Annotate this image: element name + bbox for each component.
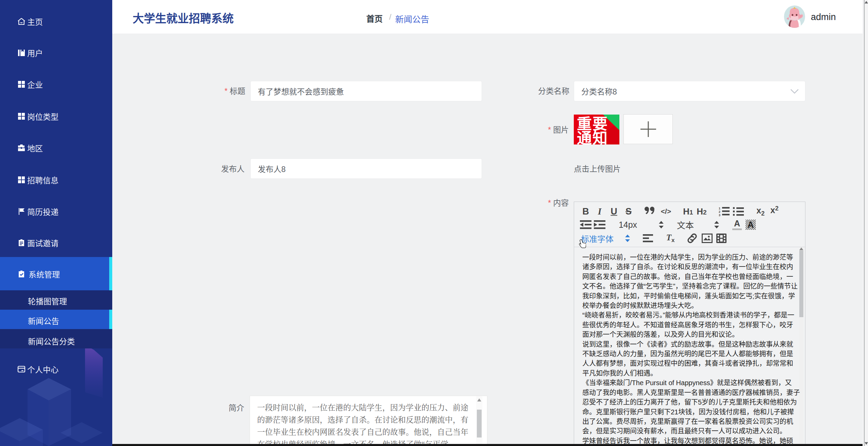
svg-text:A: A: [748, 220, 754, 230]
svg-text:3: 3: [719, 213, 720, 216]
svg-text:通知: 通知: [577, 130, 608, 144]
svg-text:2: 2: [719, 210, 720, 213]
svg-text:1: 1: [719, 207, 720, 210]
